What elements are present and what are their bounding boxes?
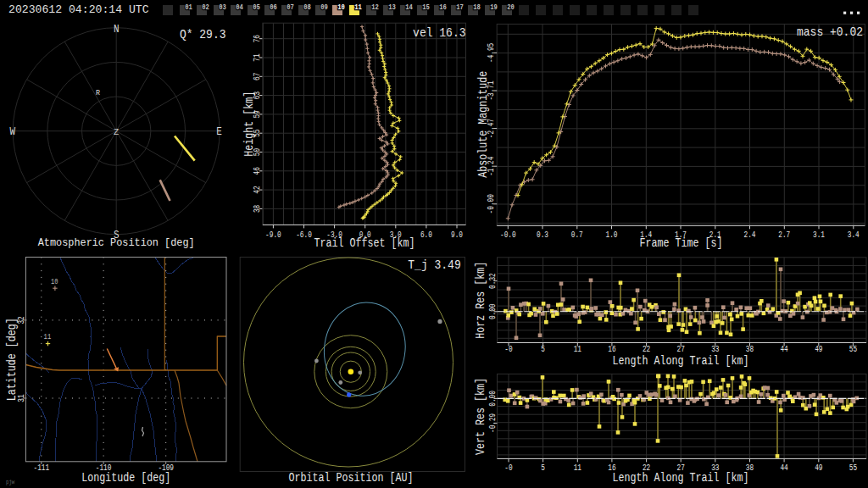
svg-text:0.32: 0.32	[487, 273, 498, 289]
svg-text:Z: Z	[114, 127, 120, 137]
svg-text:38: 38	[251, 205, 262, 213]
svg-text:T_j 3.49: T_j 3.49	[408, 258, 460, 273]
svg-text:-6.0: -6.0	[296, 229, 312, 240]
svg-text:46: 46	[251, 167, 262, 175]
svg-text:6.0: 6.0	[420, 229, 432, 240]
svg-text:Orbital Position [AU]: Orbital Position [AU]	[289, 471, 414, 485]
svg-text:pjw: pjw	[6, 480, 14, 485]
svg-text:3.1: 3.1	[813, 229, 825, 240]
svg-text:-0.00: -0.00	[485, 194, 496, 214]
svg-text:0.3: 0.3	[537, 229, 548, 240]
svg-text:11: 11	[574, 462, 581, 473]
svg-text:67: 67	[251, 73, 262, 80]
svg-text:Q* 29.3: Q* 29.3	[180, 28, 226, 42]
svg-text:-0: -0	[504, 343, 512, 354]
svg-text:Length Along Trail [km]: Length Along Trail [km]	[613, 471, 749, 485]
svg-text:12: 12	[371, 3, 379, 12]
svg-text:06: 06	[270, 3, 277, 12]
svg-text:-0.0: -0.0	[500, 229, 516, 240]
svg-text:05: 05	[253, 3, 260, 12]
svg-text:14: 14	[405, 3, 413, 12]
svg-text:38: 38	[746, 343, 754, 354]
svg-text:Latitude [deg]: Latitude [deg]	[5, 318, 19, 401]
svg-text:0.00: 0.00	[487, 303, 498, 319]
svg-text:vel 16.3: vel 16.3	[413, 26, 465, 41]
svg-text:19: 19	[490, 3, 498, 12]
svg-text:Longitude [deg]: Longitude [deg]	[81, 471, 170, 485]
svg-text:1.0: 1.0	[606, 229, 618, 240]
svg-text:E: E	[216, 126, 222, 138]
svg-text:10: 10	[51, 277, 58, 286]
svg-text:11: 11	[354, 3, 362, 12]
svg-text:Length Along Trail [km]: Length Along Trail [km]	[613, 354, 749, 368]
svg-text:17: 17	[456, 3, 464, 12]
svg-text:09: 09	[320, 3, 328, 12]
svg-text:2.4: 2.4	[744, 229, 756, 240]
svg-text:71: 71	[251, 53, 262, 61]
svg-text:42: 42	[251, 186, 262, 193]
svg-text:33: 33	[711, 343, 719, 354]
svg-text:3.4: 3.4	[848, 229, 860, 240]
svg-text:11: 11	[574, 343, 581, 354]
svg-text:44: 44	[780, 343, 787, 354]
svg-text:Atmospheric Position [deg]: Atmospheric Position [deg]	[38, 236, 195, 249]
svg-text:08: 08	[303, 3, 311, 12]
svg-text:02: 02	[202, 3, 209, 12]
svg-text:Height [km]: Height [km]	[242, 92, 256, 157]
svg-text:55: 55	[849, 343, 857, 354]
svg-text:W: W	[10, 126, 16, 138]
svg-text:Frame Time [s]: Frame Time [s]	[640, 236, 723, 250]
svg-text:15: 15	[422, 3, 430, 12]
svg-text:07: 07	[287, 3, 294, 12]
svg-text:20: 20	[507, 3, 515, 12]
svg-text:0.00: 0.00	[487, 391, 498, 407]
svg-text:-0.29: -0.29	[487, 413, 498, 433]
svg-text:13: 13	[388, 3, 396, 12]
svg-text:-9.0: -9.0	[265, 229, 281, 240]
svg-text:27: 27	[677, 343, 685, 354]
svg-text:20230612 04:20:14 UTC: 20230612 04:20:14 UTC	[8, 4, 149, 16]
svg-text:mass +0.02: mass +0.02	[797, 25, 863, 40]
svg-text:18: 18	[473, 3, 481, 12]
svg-text:5: 5	[541, 343, 545, 354]
svg-text:01: 01	[185, 3, 192, 12]
svg-text:10: 10	[337, 3, 345, 12]
svg-text:04: 04	[236, 3, 243, 12]
svg-text:Horz Res [km]: Horz Res [km]	[474, 262, 487, 339]
svg-text:Vert Res [km]: Vert Res [km]	[474, 378, 487, 455]
svg-text:2.7: 2.7	[778, 229, 790, 240]
svg-text:16: 16	[608, 343, 615, 354]
svg-text:-4.95: -4.95	[485, 43, 496, 63]
svg-text:Trail Offset [km]: Trail Offset [km]	[314, 236, 415, 250]
svg-text:5: 5	[541, 462, 545, 473]
svg-text:11: 11	[44, 332, 52, 341]
svg-text:03: 03	[219, 3, 226, 12]
svg-text:22: 22	[643, 343, 650, 354]
svg-text:N: N	[114, 24, 120, 36]
svg-text:49: 49	[815, 462, 822, 473]
svg-text:49: 49	[815, 343, 822, 354]
svg-text:16: 16	[439, 3, 447, 12]
svg-text:R: R	[96, 89, 100, 97]
svg-text:55: 55	[849, 462, 857, 473]
svg-text:0.7: 0.7	[571, 229, 583, 240]
svg-text:-111: -111	[34, 462, 50, 473]
svg-text:44: 44	[780, 462, 787, 473]
svg-text:9.0: 9.0	[451, 229, 463, 240]
svg-text:-0: -0	[504, 462, 512, 473]
svg-text:Absolute Magnitude: Absolute Magnitude	[476, 71, 490, 178]
svg-text:76: 76	[251, 35, 262, 42]
